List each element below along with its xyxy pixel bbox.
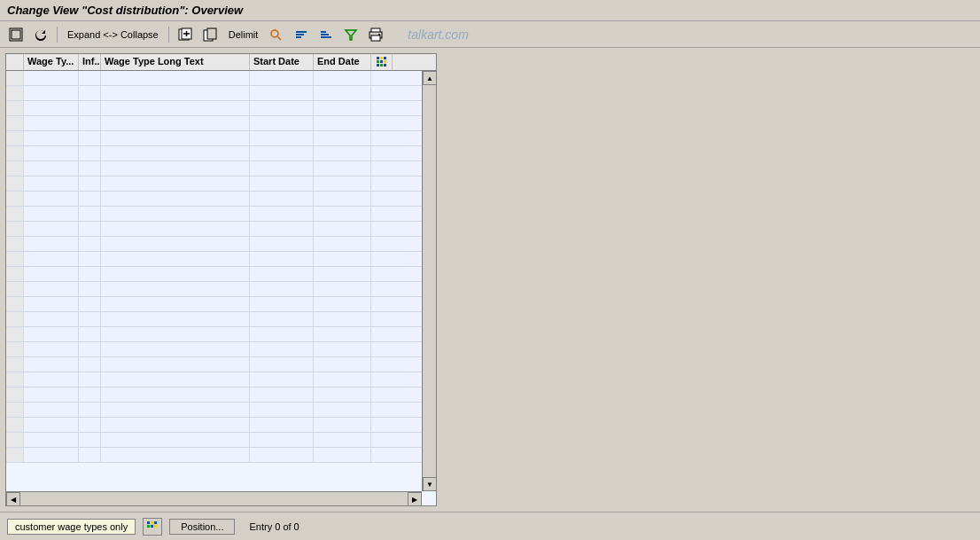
table-row[interactable] bbox=[6, 342, 422, 357]
table-cell[interactable] bbox=[101, 192, 250, 206]
table-row[interactable] bbox=[6, 403, 422, 418]
table-row[interactable] bbox=[6, 146, 422, 161]
col-header-long-text[interactable]: Wage Type Long Text bbox=[101, 54, 250, 70]
table-row[interactable] bbox=[6, 433, 422, 448]
table-cell[interactable] bbox=[250, 387, 314, 402]
table-row[interactable] bbox=[6, 192, 422, 207]
table-cell[interactable] bbox=[250, 192, 314, 206]
table-cell[interactable] bbox=[101, 116, 250, 130]
scroll-right-button[interactable]: ▶ bbox=[408, 492, 422, 505]
table-cell[interactable] bbox=[24, 131, 79, 145]
table-cell[interactable] bbox=[250, 312, 314, 326]
table-cell[interactable] bbox=[79, 433, 101, 447]
table-cell[interactable] bbox=[250, 131, 314, 145]
table-cell[interactable] bbox=[24, 101, 79, 115]
table-cell[interactable] bbox=[24, 342, 79, 356]
table-cell[interactable] bbox=[314, 418, 371, 432]
table-cell[interactable] bbox=[24, 237, 79, 251]
table-cell[interactable] bbox=[79, 86, 101, 100]
table-cell[interactable] bbox=[79, 327, 101, 341]
table-cell[interactable] bbox=[79, 342, 101, 356]
table-row[interactable] bbox=[6, 252, 422, 267]
table-cell[interactable] bbox=[24, 433, 79, 447]
table-cell[interactable] bbox=[79, 176, 101, 191]
delimit-button[interactable]: Delimit bbox=[224, 27, 263, 42]
table-cell[interactable] bbox=[24, 403, 79, 417]
table-cell[interactable] bbox=[79, 297, 101, 311]
table-row[interactable] bbox=[6, 267, 422, 282]
table-cell[interactable] bbox=[79, 357, 101, 372]
table-cell[interactable] bbox=[79, 372, 101, 387]
table-cell[interactable] bbox=[79, 267, 101, 281]
table-cell[interactable] bbox=[24, 161, 79, 176]
table-cell[interactable] bbox=[101, 101, 250, 115]
table-row[interactable] bbox=[6, 71, 422, 86]
table-row[interactable] bbox=[6, 116, 422, 131]
table-cell[interactable] bbox=[250, 116, 314, 130]
table-cell[interactable] bbox=[79, 131, 101, 145]
table-cell[interactable] bbox=[79, 387, 101, 402]
position-button[interactable]: Position... bbox=[169, 519, 235, 535]
refresh-button[interactable] bbox=[30, 26, 51, 43]
sort-asc-button[interactable] bbox=[291, 26, 312, 43]
table-cell[interactable] bbox=[24, 357, 79, 372]
table-cell[interactable] bbox=[79, 207, 101, 221]
table-cell[interactable] bbox=[314, 282, 371, 296]
table-cell[interactable] bbox=[314, 101, 371, 115]
table-cell[interactable] bbox=[24, 282, 79, 296]
table-cell[interactable] bbox=[314, 237, 371, 251]
table-cell[interactable] bbox=[314, 448, 371, 462]
copy-button[interactable] bbox=[199, 26, 221, 43]
table-cell[interactable] bbox=[79, 237, 101, 251]
table-cell[interactable] bbox=[314, 116, 371, 130]
table-cell[interactable] bbox=[250, 297, 314, 311]
select-all-button[interactable] bbox=[5, 26, 27, 43]
table-cell[interactable] bbox=[250, 237, 314, 251]
table-row[interactable] bbox=[6, 297, 422, 312]
table-cell[interactable] bbox=[250, 418, 314, 432]
table-cell[interactable] bbox=[24, 252, 79, 266]
table-cell[interactable] bbox=[250, 433, 314, 447]
table-row[interactable] bbox=[6, 357, 422, 372]
table-cell[interactable] bbox=[101, 237, 250, 251]
table-row[interactable] bbox=[6, 101, 422, 116]
table-cell[interactable] bbox=[101, 176, 250, 191]
table-cell[interactable] bbox=[79, 418, 101, 432]
table-cell[interactable] bbox=[314, 387, 371, 402]
table-cell[interactable] bbox=[24, 207, 79, 221]
table-row[interactable] bbox=[6, 207, 422, 222]
table-cell[interactable] bbox=[79, 222, 101, 236]
table-cell[interactable] bbox=[24, 86, 79, 100]
table-cell[interactable] bbox=[250, 101, 314, 115]
table-cell[interactable] bbox=[250, 222, 314, 236]
table-cell[interactable] bbox=[314, 192, 371, 206]
col-header-inf[interactable]: Inf... bbox=[79, 54, 101, 70]
table-row[interactable] bbox=[6, 176, 422, 192]
table-cell[interactable] bbox=[24, 267, 79, 281]
table-cell[interactable] bbox=[24, 192, 79, 206]
table-cell[interactable] bbox=[101, 131, 250, 145]
table-cell[interactable] bbox=[24, 146, 79, 160]
table-cell[interactable] bbox=[101, 146, 250, 160]
table-row[interactable] bbox=[6, 418, 422, 433]
table-cell[interactable] bbox=[250, 252, 314, 266]
table-cell[interactable] bbox=[314, 176, 371, 191]
table-row[interactable] bbox=[6, 282, 422, 297]
table-cell[interactable] bbox=[79, 146, 101, 160]
table-row[interactable] bbox=[6, 86, 422, 101]
table-cell[interactable] bbox=[250, 207, 314, 221]
table-cell[interactable] bbox=[314, 403, 371, 417]
table-row[interactable] bbox=[6, 372, 422, 387]
table-cell[interactable] bbox=[314, 207, 371, 221]
new-entries-button[interactable] bbox=[175, 26, 196, 43]
table-cell[interactable] bbox=[101, 222, 250, 236]
table-cell[interactable] bbox=[101, 207, 250, 221]
table-cell[interactable] bbox=[314, 161, 371, 176]
table-cell[interactable] bbox=[101, 327, 250, 341]
table-cell[interactable] bbox=[101, 448, 250, 462]
table-cell[interactable] bbox=[24, 327, 79, 341]
table-cell[interactable] bbox=[250, 267, 314, 281]
table-cell[interactable] bbox=[101, 357, 250, 372]
col-header-wage-type[interactable]: Wage Ty... bbox=[24, 54, 79, 70]
table-cell[interactable] bbox=[314, 297, 371, 311]
